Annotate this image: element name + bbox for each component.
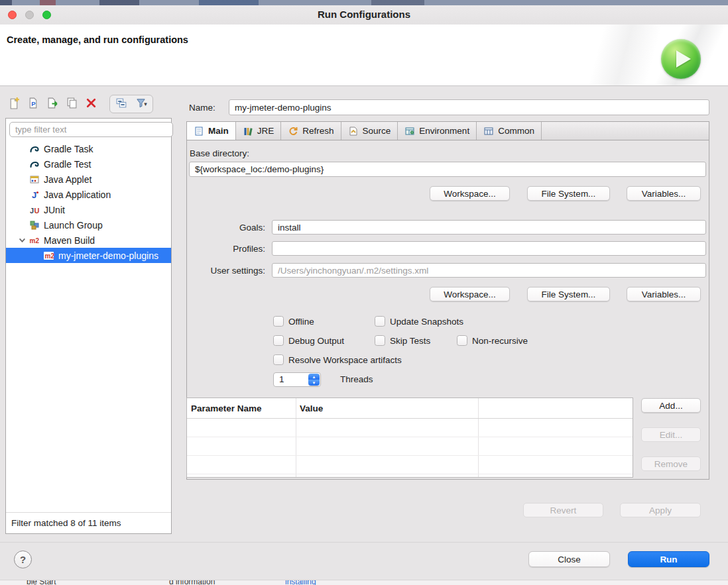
non-recursive-checkbox[interactable]: Non-recursive	[457, 335, 528, 346]
workspace-button-settings[interactable]: Workspace...	[430, 287, 510, 301]
java-applet-icon	[29, 174, 40, 185]
stepper-buttons[interactable]: ▲ ▼	[308, 374, 320, 386]
common-tab-icon	[483, 126, 494, 136]
checkbox-icon	[273, 354, 284, 365]
chevron-down-icon: ▾	[144, 101, 147, 107]
stepper-down-icon[interactable]: ▼	[308, 380, 320, 386]
tab-common[interactable]: Common	[477, 122, 542, 140]
resolve-workspace-artifacts-checkbox[interactable]: Resolve Workspace artifacts	[273, 354, 402, 366]
checkbox-label: Skip Tests	[390, 336, 430, 346]
tab-label: Main	[208, 126, 229, 136]
base-directory-input[interactable]	[189, 162, 706, 177]
tree-item-label: Java Applet	[44, 174, 91, 185]
tree-item-gradle-test[interactable]: Gradle Test	[6, 156, 171, 172]
checkbox-label: Offline	[288, 317, 314, 327]
variables-button-settings[interactable]: Variables...	[627, 287, 701, 301]
tree-item-launch-group[interactable]: Launch Group	[6, 217, 171, 233]
parameters-table[interactable]: Parameter Name Value	[186, 398, 633, 478]
base-directory-label: Base directory:	[190, 148, 249, 158]
svg-text:J: J	[32, 190, 36, 200]
chevron-down-icon[interactable]	[15, 237, 29, 244]
filter-menu-button[interactable]: ▾	[134, 96, 149, 112]
background-window-top-strip	[0, 0, 728, 5]
user-settings-input[interactable]	[272, 263, 706, 278]
debug-output-checkbox[interactable]: Debug Output	[273, 335, 344, 346]
new-document-icon	[8, 97, 21, 111]
revert-button[interactable]: Revert	[523, 503, 603, 517]
row-divider	[187, 455, 633, 456]
run-button[interactable]: Run	[628, 551, 709, 567]
checkbox-icon	[457, 335, 467, 346]
profiles-input[interactable]	[272, 241, 706, 256]
tab-label: JRE	[257, 126, 274, 136]
tree-item-junit[interactable]: JU JUnit	[6, 202, 171, 217]
svg-text:m2: m2	[30, 237, 40, 244]
refresh-tab-icon	[288, 126, 298, 136]
tree-item-java-application[interactable]: J Java Application	[6, 187, 171, 202]
configurations-tree: Gradle Task Gradle Test Java Applet J Ja…	[6, 141, 171, 512]
filter-input[interactable]	[9, 122, 173, 137]
tab-source[interactable]: Source	[341, 122, 398, 140]
offline-checkbox[interactable]: Offline	[273, 315, 314, 327]
stepper-up-icon[interactable]: ▲	[308, 374, 320, 380]
configuration-form: Name: Main JRE Refresh Source	[179, 93, 721, 534]
file-system-button-base[interactable]: File System...	[527, 186, 610, 201]
variables-button-base[interactable]: Variables...	[627, 186, 701, 201]
remove-parameter-button[interactable]: Remove	[641, 456, 701, 471]
filter-status: Filter matched 8 of 11 items	[6, 512, 171, 533]
junit-icon: JU	[29, 205, 40, 215]
workspace-button-base[interactable]: Workspace...	[430, 186, 510, 201]
goals-input[interactable]	[272, 220, 706, 235]
row-divider	[187, 437, 633, 437]
checkbox-icon	[375, 335, 385, 346]
skip-tests-checkbox[interactable]: Skip Tests	[375, 335, 430, 346]
apply-button[interactable]: Apply	[620, 503, 701, 517]
threads-stepper[interactable]: 1 ▲ ▼	[273, 372, 321, 387]
background-window-bottom-strip: ble Start d information installing	[0, 580, 728, 585]
tab-label: Refresh	[302, 126, 334, 136]
tree-item-gradle-task[interactable]: Gradle Task	[6, 141, 171, 156]
main-tab-icon	[194, 126, 204, 136]
tab-refresh[interactable]: Refresh	[281, 122, 341, 140]
tree-item-label: Launch Group	[44, 220, 103, 231]
new-prototype-button[interactable]: P	[26, 96, 40, 112]
new-configuration-button[interactable]	[7, 96, 21, 112]
name-input[interactable]	[229, 99, 709, 115]
source-tab-icon	[348, 126, 359, 136]
profiles-label: Profiles:	[212, 244, 265, 254]
add-parameter-button[interactable]: Add...	[641, 398, 701, 413]
environment-tab-icon	[404, 126, 415, 136]
delete-configuration-button[interactable]	[84, 96, 98, 112]
background-link-fragment: installing	[285, 580, 316, 585]
tab-main[interactable]: Main	[187, 122, 236, 140]
tree-item-maven-build[interactable]: m2 Maven Build	[6, 233, 171, 248]
file-system-button-settings[interactable]: File System...	[527, 287, 610, 301]
name-label: Name:	[189, 103, 215, 113]
tree-item-java-applet[interactable]: Java Applet	[6, 172, 171, 187]
tree-item-my-jmeter-demo-plugins[interactable]: m2 my-jmeter-demo-plugins	[6, 248, 171, 263]
play-triangle-icon	[676, 50, 691, 68]
export-configuration-button[interactable]	[45, 96, 60, 112]
tab-jre[interactable]: JRE	[236, 122, 282, 140]
java-application-icon: J	[29, 189, 40, 200]
titlebar: Run Configurations	[0, 5, 728, 25]
window-title: Run Configurations	[0, 9, 728, 20]
update-snapshots-checkbox[interactable]: Update Snapshots	[375, 315, 463, 327]
collapse-all-button[interactable]	[114, 96, 129, 112]
svg-text:m2: m2	[45, 252, 55, 260]
help-button[interactable]: ?	[14, 551, 32, 568]
tab-label: Source	[363, 126, 391, 136]
tab-environment[interactable]: Environment	[398, 122, 477, 140]
tree-item-label: Gradle Task	[44, 144, 93, 154]
checkbox-label: Debug Output	[288, 336, 344, 346]
close-button[interactable]: Close	[528, 551, 610, 567]
background-text-fragment: d information	[169, 580, 215, 585]
gradle-icon	[29, 144, 40, 154]
tab-label: Environment	[419, 126, 469, 136]
launch-toolbar: P ▾	[7, 94, 153, 114]
filter-status-text: Filter matched 8 of 11 items	[11, 518, 121, 528]
duplicate-configuration-button[interactable]	[64, 96, 79, 112]
edit-parameter-button[interactable]: Edit...	[641, 427, 701, 442]
banner-title: Create, manage, and run configurations	[7, 34, 188, 45]
background-text-fragment: ble Start	[27, 580, 56, 585]
